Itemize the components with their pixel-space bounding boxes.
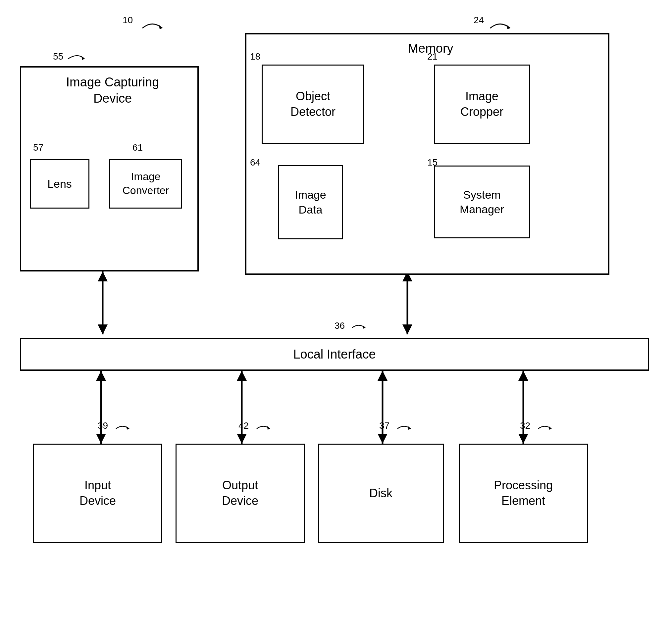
output-device-box: Output Device <box>175 444 305 543</box>
system-manager-label: System Manager <box>460 187 504 217</box>
ref-42-label: 42 <box>238 420 249 431</box>
svg-marker-15 <box>237 371 247 381</box>
ref-37-label: 37 <box>379 420 389 431</box>
lens-box: Lens <box>30 159 90 209</box>
disk-label: Disk <box>369 486 392 501</box>
ref-61-label: 61 <box>133 142 143 153</box>
local-interface-bar: Local Interface <box>20 338 649 371</box>
object-detector-box: Object Detector <box>262 65 364 144</box>
ref-57-label: 57 <box>33 142 43 153</box>
svg-marker-19 <box>378 434 387 444</box>
svg-marker-4 <box>98 324 107 334</box>
svg-marker-1 <box>507 25 510 29</box>
image-data-box: Image Data <box>278 165 343 239</box>
ref-36-label: 36 <box>335 320 345 331</box>
input-device-label: Input Device <box>79 478 116 509</box>
svg-marker-3 <box>98 271 107 282</box>
svg-marker-32 <box>267 426 270 430</box>
disk-box: Disk <box>318 444 444 543</box>
processing-element-label: Processing Element <box>494 478 553 509</box>
ref-24-label: 24 <box>474 15 484 25</box>
lens-label: Lens <box>47 176 72 191</box>
svg-marker-13 <box>96 434 106 444</box>
image-cropper-box: Image Cropper <box>434 65 530 144</box>
svg-marker-21 <box>518 371 528 381</box>
svg-marker-33 <box>408 426 411 430</box>
svg-marker-7 <box>402 324 412 334</box>
ref-39-label: 39 <box>98 420 108 431</box>
ref-32-label: 32 <box>520 420 530 431</box>
svg-marker-12 <box>96 371 106 381</box>
svg-marker-22 <box>518 434 528 444</box>
svg-marker-34 <box>549 426 551 430</box>
image-cropper-label: Image Cropper <box>460 89 503 120</box>
diagram-container: 10 24 55 Image Capturing Device 57 Lens … <box>0 0 672 633</box>
system-manager-box: System Manager <box>434 166 530 238</box>
local-interface-label: Local Interface <box>293 347 376 362</box>
svg-marker-30 <box>363 325 365 329</box>
svg-marker-16 <box>237 434 247 444</box>
svg-marker-31 <box>126 426 129 430</box>
input-device-box: Input Device <box>33 444 162 543</box>
svg-marker-0 <box>159 25 162 29</box>
output-device-label: Output Device <box>222 478 258 509</box>
image-capturing-device-label: Image Capturing Device <box>28 74 197 107</box>
ref-18-label: 18 <box>250 51 260 62</box>
ref-64-label: 64 <box>250 157 260 168</box>
ref-55-label: 55 <box>53 51 63 62</box>
object-detector-label: Object Detector <box>290 89 336 120</box>
ref-21-label: 21 <box>427 51 437 62</box>
image-data-label: Image Data <box>295 187 326 217</box>
processing-element-box: Processing Element <box>459 444 588 543</box>
image-converter-label: Image Converter <box>123 170 169 197</box>
ref-10-label: 10 <box>123 15 133 25</box>
svg-marker-18 <box>378 371 387 381</box>
image-converter-box: Image Converter <box>109 159 182 209</box>
